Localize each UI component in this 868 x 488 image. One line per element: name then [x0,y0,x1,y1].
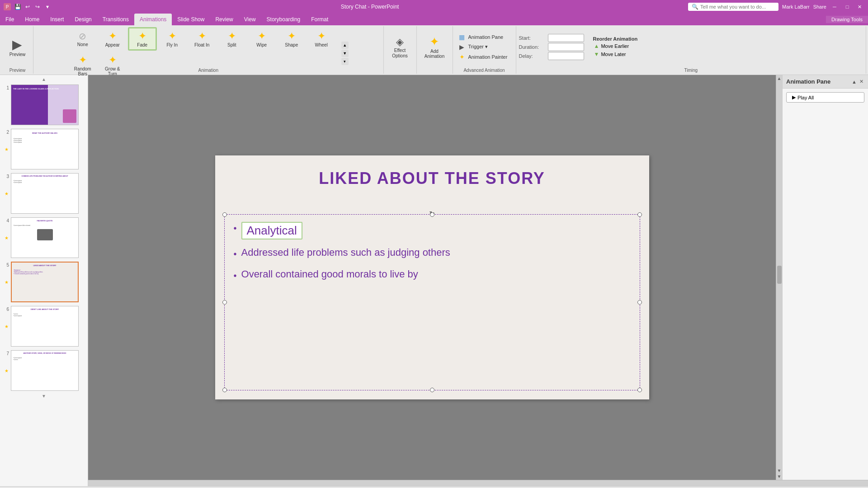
close-button[interactable]: ✕ [855,2,864,11]
tab-design[interactable]: Design [69,14,97,25]
start-input[interactable] [548,34,584,42]
scroll-down-button[interactable]: ▼ [341,50,349,57]
duration-input[interactable] [548,43,584,51]
right-panel: Animation Pane ▲ ✕ ▶ Play All [782,75,868,480]
handle-mr[interactable] [637,300,642,305]
animation-painter-button[interactable]: ✦ Animation Painter [456,52,513,61]
tab-view[interactable]: View [239,14,261,25]
slide-scroll-down[interactable]: ▼ [2,394,86,399]
horizontal-scrollbar[interactable] [88,480,868,486]
slide-thumb-3[interactable]: 3 ★ COMMON LIFE PROBLEMS THE AUTHOR IS W… [2,172,86,215]
tab-insert[interactable]: Insert [45,14,69,25]
content-box-outer[interactable]: • Analytical • Addressed life problems s… [224,214,640,390]
handle-br[interactable] [637,388,642,392]
slide-img-1: THE LADY IN THE LOOKING GLASS: A REFLECT… [11,84,79,125]
bullet-text-2: Addressed life problems such as judging … [241,247,450,258]
slide-thumb-4[interactable]: 4 ★ FAVORITE QUOTE • Lorem ipsum dolor s… [2,216,86,259]
add-animation-button[interactable]: ✦ AddAnimation [421,32,448,61]
minimize-button[interactable]: ─ [830,2,839,11]
anim-shape[interactable]: ✦ Shape [277,28,306,50]
middle-section: LIKED ABOUT THE STORY ↻ [88,75,868,486]
anim-fade[interactable]: ✦ Fade [128,27,157,51]
effect-options-button[interactable]: ◈ EffectOptions [387,27,414,73]
anim-appear[interactable]: ✦ Appear [98,28,127,50]
title-bar: P 💾 ↩ ↪ ▾ Story Chat - PowerPoint 🔍 Mark… [0,0,868,14]
tab-transitions[interactable]: Transitions [97,14,134,25]
timing-group: Start: Duration: Delay: Reorder Animatio… [516,26,867,74]
play-all-icon: ▶ [792,94,796,100]
slide-thumb-6[interactable]: 6 ★ DIDN'T LIKE ABOUT THE STORY • Lorem•… [2,305,86,347]
slide-1-accent [63,109,76,123]
tab-file[interactable]: File [0,14,19,25]
canvas-scroll-down[interactable]: ▼ [777,468,782,473]
animation-painter-label: Animation Painter [468,54,508,60]
tab-format[interactable]: Format [306,14,334,25]
tab-home[interactable]: Home [19,14,45,25]
slide-thumb-7[interactable]: 7 ★ ANOTHER STORY, SONG, OR MOVIE OF REM… [2,349,86,392]
trigger-icon: ▶ [458,43,467,51]
anim-floatin[interactable]: ✦ Float In [188,28,217,50]
preview-button[interactable]: ▶ Preview [6,35,29,59]
slide-img-5: LIKED ABOUT THE STORY • Analytical• Addr… [11,262,79,302]
anim-wipe[interactable]: ✦ Wipe [247,28,276,50]
pane-expand-button[interactable]: ▲ [851,78,858,85]
anim-split[interactable]: ✦ Split [217,28,246,50]
anim-flyin[interactable]: ✦ Fly In [158,28,187,50]
effect-options-icon: ◈ [396,36,404,48]
tab-animations[interactable]: Animations [134,14,172,25]
maximize-button[interactable]: □ [843,2,852,11]
preview-group-label: Preview [2,68,33,73]
slide-panel[interactable]: ▲ 1 THE LADY IN THE LOOKING GLASS: A REF… [0,75,88,486]
tab-review[interactable]: Review [210,14,238,25]
anim-wheel[interactable]: ✦ Wheel [307,28,336,50]
tab-storyboarding[interactable]: Storyboarding [261,14,306,25]
scroll-more-button[interactable]: ▾ [341,58,349,65]
scroll-up-button[interactable]: ▲ [341,42,349,49]
pane-close-button[interactable]: ✕ [859,78,864,85]
search-bar[interactable]: 🔍 [688,3,778,11]
move-later-button[interactable]: ▼ Move Later [593,51,638,58]
slide-img-2: WHAT THE AUTHOR VALUES • Lorem ipsum• Lo… [11,129,79,169]
none-label: None [77,42,88,47]
animation-pane-button[interactable]: ▦ Animation Pane [456,33,513,42]
slide-num-4: 4 [3,218,9,223]
canvas-area[interactable]: LIKED ABOUT THE STORY ↻ [88,75,776,480]
handle-ml[interactable] [222,300,227,305]
undo-button[interactable]: ↩ [24,3,32,11]
trigger-button[interactable]: ▶ Trigger ▾ [456,42,513,52]
canvas-scroll-up[interactable]: ▲ [777,76,782,81]
share-button[interactable]: Share [813,4,826,9]
handle-tr[interactable] [637,212,642,217]
animation-group-label: Animation [33,68,383,73]
slide-img-4: FAVORITE QUOTE • Lorem ipsum dolor sit a… [11,217,79,258]
bullet-content: • Analytical • Addressed life problems s… [225,215,640,290]
search-input[interactable] [700,4,768,9]
anim-none[interactable]: ⊘ None [68,28,97,50]
save-qat-button[interactable]: 💾 [14,3,22,11]
move-earlier-label: Move Earlier [601,43,629,49]
slide-thumb-2[interactable]: 2 ★ WHAT THE AUTHOR VALUES • Lorem ipsum… [2,128,86,170]
handle-tl[interactable] [222,212,227,217]
slide-thumb-1[interactable]: 1 THE LADY IN THE LOOKING GLASS: A REFLE… [2,84,86,126]
star-6: ★ [5,324,9,329]
handle-bl[interactable] [222,388,227,392]
floatin-icon: ✦ [198,30,206,42]
status-bar: Slide 5 of 8 ⊞ Notes Comments ⊡ ⊞ ⊟ ▷ ♿ … [0,486,868,488]
wipe-label: Wipe [256,42,267,47]
advanced-animation-group: ▦ Animation Pane ▶ Trigger ▾ ✦ Animation… [453,26,516,74]
split-icon: ✦ [228,30,236,42]
slide-thumb-5[interactable]: 5 ★ LIKED ABOUT THE STORY • Analytical• … [2,261,86,303]
canvas-scroll-thumb[interactable] [777,266,782,284]
play-all-label: Play All [797,95,814,100]
delay-input[interactable] [548,52,584,60]
customize-qat-button[interactable]: ▾ [43,3,52,11]
move-earlier-button[interactable]: ▲ Move Earlier [593,42,638,50]
tab-slideshow[interactable]: Slide Show [172,14,210,25]
canvas-scroll-v[interactable]: ▲ ▼ ▼ [776,75,782,480]
play-all-button[interactable]: ▶ Play All [786,92,864,103]
handle-bm[interactable] [430,388,434,392]
canvas-scroll-end[interactable]: ▼ [777,474,782,479]
redo-button[interactable]: ↪ [33,3,42,11]
handle-tm[interactable] [430,212,434,217]
slide-num-1: 1 [3,85,9,90]
